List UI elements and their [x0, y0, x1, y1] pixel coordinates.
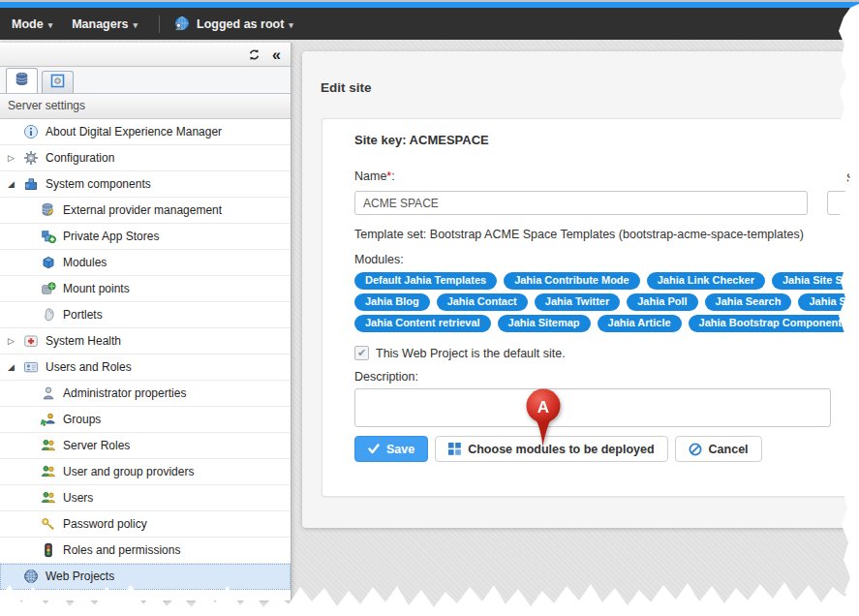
- top-menubar: Mode ▾ Managers ▾ Logged as root ▾: [0, 8, 859, 40]
- info-icon: [23, 124, 39, 139]
- refresh-icon[interactable]: [248, 48, 261, 61]
- sidebar-toolbar: «: [0, 43, 291, 67]
- tab-site-settings[interactable]: [42, 71, 74, 93]
- module-badge-jahia-twitter: Jahia Twitter: [535, 293, 620, 311]
- module-badge-jahia-link-checker: Jahia Link Checker: [647, 272, 765, 290]
- description-textarea[interactable]: [354, 388, 831, 427]
- sidebar-item-label: Modules: [63, 256, 107, 269]
- globe-icon: [23, 569, 39, 584]
- database-icon: [15, 72, 29, 90]
- sidebar-section-header: Server settings: [0, 94, 291, 119]
- health-icon: [23, 333, 39, 349]
- page-title: Edit site: [321, 80, 372, 95]
- sidebar-item-modules[interactable]: Modules: [0, 250, 291, 276]
- sidebar-item-users-and-roles[interactable]: ◢Users and Roles: [0, 354, 291, 381]
- sidebar-item-label: Password policy: [63, 517, 147, 531]
- menu-managers-label: Managers: [72, 17, 128, 31]
- site-key-heading: Site key: ACMESPACE: [354, 133, 489, 147]
- site-name-input[interactable]: [354, 191, 808, 215]
- module-badge-default-jahia-templates: Default Jahia Templates: [354, 272, 497, 290]
- template-set-text: Template set: Bootstrap ACME Space Templ…: [354, 228, 804, 241]
- menubar-divider: [159, 15, 160, 33]
- module-badge-jahia-bootstrap-components: Jahia Bootstrap Components: [689, 315, 858, 332]
- chevron-down-icon: ▾: [48, 20, 53, 30]
- sidebar-item-label: Web Projects: [46, 570, 114, 583]
- sidebar-item-mount-points[interactable]: Mount points: [0, 276, 291, 302]
- usercard-icon: [23, 359, 39, 375]
- gear-icon: [23, 150, 39, 166]
- sidebar-item-label: Administrator properties: [63, 386, 186, 400]
- default-site-row: ✔ This Web Project is the default site.: [354, 346, 566, 360]
- check-icon: [368, 444, 380, 454]
- people-icon: [41, 490, 56, 506]
- tree-collapsed-arrow-icon[interactable]: ▷: [8, 153, 23, 163]
- menu-mode-label: Mode: [12, 17, 44, 31]
- chevron-down-icon: ▾: [289, 20, 293, 30]
- traffic-icon: [41, 542, 56, 558]
- group-add-icon: [41, 412, 56, 427]
- sidebar-item-user-and-group-providers[interactable]: User and group providers: [0, 459, 291, 485]
- sidebar-item-roles-and-permissions[interactable]: Roles and permissions: [0, 538, 291, 564]
- module-badge-jahia-site-settings: Jahia Site Settings: [772, 272, 859, 290]
- save-button[interactable]: Save: [354, 436, 428, 462]
- sidebar-item-server-roles[interactable]: Server Roles: [0, 433, 291, 459]
- people-icon: [41, 464, 56, 479]
- module-badge-jahia-content-retrieval: Jahia Content retrieval: [354, 315, 491, 332]
- clipped-right-input[interactable]: [827, 191, 859, 215]
- sidebar-item-system-components[interactable]: ◢System components: [0, 171, 291, 198]
- appstore-icon: [41, 229, 56, 244]
- screen: Mode ▾ Managers ▾ Logged as root ▾ « Ser…: [0, 0, 859, 616]
- sidebar-item-label: Users and Roles: [46, 360, 132, 374]
- cancel-button[interactable]: Cancel: [675, 436, 762, 462]
- sidebar-panel: « Server settings About Digital Experien…: [0, 43, 291, 601]
- sidebar-item-label: Users: [63, 491, 93, 505]
- settings-tree: About Digital Experience Manager▷Configu…: [0, 119, 291, 590]
- menu-mode[interactable]: Mode ▾: [12, 17, 52, 31]
- user-globe-icon: [173, 15, 190, 32]
- db-edit-icon: [41, 202, 56, 218]
- tab-server-settings[interactable]: [6, 68, 38, 93]
- sidebar-item-label: User and group providers: [63, 465, 194, 478]
- sidebar-item-external-provider-management[interactable]: External provider management: [0, 198, 291, 224]
- sidebar-item-portlets[interactable]: Portlets: [0, 302, 291, 328]
- sidebar-item-groups[interactable]: Groups: [0, 407, 291, 433]
- modules-badges: Default Jahia TemplatesJahia Contribute …: [354, 272, 859, 336]
- sidebar-item-label: System components: [46, 177, 151, 191]
- menu-managers[interactable]: Managers ▾: [72, 17, 138, 31]
- module-badge-jahia-search: Jahia Search: [705, 293, 792, 311]
- sidebar-item-administrator-properties[interactable]: Administrator properties: [0, 381, 291, 407]
- module-badge-row: Jahia BlogJahia ContactJahia TwitterJahi…: [354, 293, 859, 311]
- sidebar-item-label: Portlets: [63, 308, 103, 322]
- sidebar-item-web-projects[interactable]: Web Projects: [0, 564, 291, 590]
- module-badge-jahia-article: Jahia Article: [598, 315, 682, 332]
- name-label: Name*:: [354, 169, 395, 183]
- module-badge-row: Jahia Content retrievalJahia SitemapJahi…: [354, 315, 859, 332]
- sidebar-item-label: Server Roles: [63, 439, 130, 452]
- sidebar-item-configuration[interactable]: ▷Configuration: [0, 145, 291, 171]
- tree-expanded-arrow-icon[interactable]: ◢: [8, 362, 23, 372]
- sidebar-item-system-health[interactable]: ▷System Health: [0, 328, 291, 354]
- sidebar-item-about-digital-experience-manager[interactable]: About Digital Experience Manager: [0, 119, 291, 145]
- key-icon: [41, 516, 56, 532]
- sidebar-tabs: [0, 67, 291, 94]
- sidebar-item-users[interactable]: Users: [0, 485, 291, 511]
- module-badge-row: Default Jahia TemplatesJahia Contribute …: [354, 272, 859, 290]
- sidebar-item-label: Private App Stores: [63, 230, 159, 243]
- sidebar-item-label: About Digital Experience Manager: [46, 125, 222, 139]
- sidebar-item-private-app-stores[interactable]: Private App Stores: [0, 224, 291, 250]
- default-site-label: This Web Project is the default site.: [376, 347, 566, 360]
- collapse-panel-icon[interactable]: «: [272, 48, 281, 61]
- tree-expanded-arrow-icon[interactable]: ◢: [8, 179, 23, 189]
- chevron-down-icon: ▾: [134, 20, 138, 30]
- main-panel: Edit site Site key: ACMESPACE Name*: S T…: [302, 51, 859, 528]
- module-badge-jahia-social-sharing: Jahia Social Sharing: [798, 293, 859, 311]
- menu-logged-as[interactable]: Logged as root ▾: [197, 17, 293, 31]
- module-badge-jahia-poll: Jahia Poll: [627, 293, 697, 311]
- choose-modules-button[interactable]: Choose modules to be deployed: [435, 436, 667, 462]
- modules-label: Modules:: [354, 253, 404, 266]
- sidebar-item-label: Groups: [63, 413, 101, 426]
- default-site-checkbox[interactable]: ✔: [354, 346, 369, 360]
- sidebar-item-password-policy[interactable]: Password policy: [0, 511, 291, 538]
- edit-site-card: Site key: ACMESPACE Name*: S Template se…: [322, 118, 859, 497]
- tree-collapsed-arrow-icon[interactable]: ▷: [8, 336, 23, 346]
